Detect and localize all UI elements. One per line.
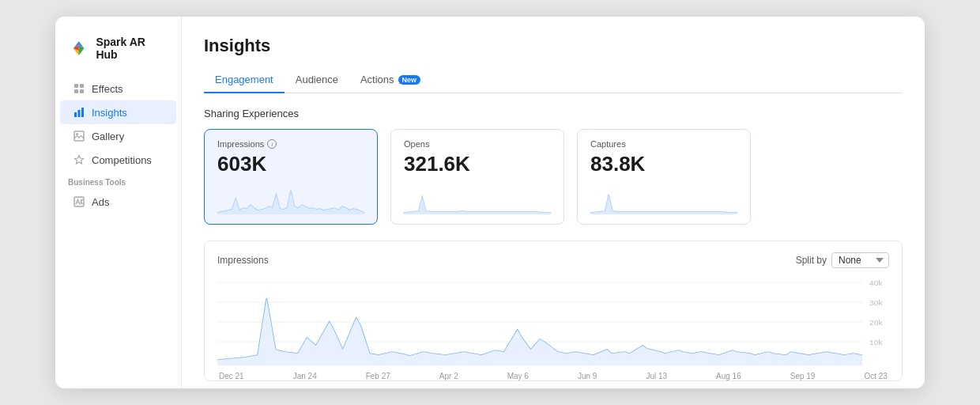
impressions-label: Impressions i	[217, 139, 364, 149]
svg-rect-6	[78, 110, 81, 117]
svg-rect-5	[74, 112, 77, 117]
effects-icon	[73, 82, 85, 95]
sidebar-effects-label: Effects	[92, 83, 123, 95]
sidebar-item-effects[interactable]: Effects	[60, 77, 176, 100]
main-chart-svg: 40k 30k 20k 10k	[217, 274, 889, 365]
sidebar-item-competitions[interactable]: Competitions	[60, 148, 176, 172]
main-chart-section: Impressions Split by None Country Age Ge…	[204, 240, 903, 381]
business-tools-label: Business Tools	[55, 172, 181, 190]
captures-value: 83.8K	[590, 152, 737, 176]
competitions-icon	[73, 153, 85, 166]
main-chart-area: 40k 30k 20k 10k Dec 21 Jan 24 Feb 27 Apr…	[217, 274, 889, 369]
ads-icon	[73, 195, 85, 208]
x-label-jul13: Jul 13	[646, 372, 667, 380]
insights-icon	[73, 106, 85, 119]
sharing-experiences-title: Sharing Experiences	[204, 108, 903, 119]
main-content: Insights Engagement Audience Actions New…	[182, 17, 925, 388]
chart-x-labels: Dec 21 Jan 24 Feb 27 Apr 2 May 6 Jun 9 J…	[217, 372, 889, 380]
x-label-jan24: Jan 24	[293, 372, 317, 380]
sidebar-item-ads[interactable]: Ads	[60, 190, 176, 214]
x-label-sep19: Sep 19	[790, 372, 816, 380]
split-by-control: Split by None Country Age Gender	[796, 252, 889, 268]
x-label-jun9: Jun 9	[578, 372, 597, 380]
svg-text:40k: 40k	[869, 279, 883, 287]
gallery-icon	[73, 130, 85, 142]
logo-area: Spark AR Hub	[55, 29, 181, 77]
spark-ar-logo-icon	[68, 37, 89, 59]
x-label-aug16: Aug 16	[716, 372, 741, 380]
svg-rect-3	[74, 89, 78, 93]
sidebar: Spark AR Hub Effects	[55, 17, 182, 388]
app-name: Spark AR Hub	[96, 36, 168, 61]
stat-card-captures[interactable]: Captures 83.8K	[577, 129, 751, 225]
stat-card-opens[interactable]: Opens 321.6K	[390, 129, 564, 225]
impressions-mini-chart	[217, 183, 364, 214]
opens-label: Opens	[404, 139, 551, 149]
tabs-bar: Engagement Audience Actions New	[204, 67, 903, 93]
split-by-select[interactable]: None Country Age Gender	[831, 252, 889, 268]
x-label-dec21: Dec 21	[219, 372, 244, 380]
svg-text:10k: 10k	[869, 339, 883, 346]
sidebar-item-gallery[interactable]: Gallery	[60, 124, 176, 148]
svg-rect-4	[80, 89, 84, 93]
chart-title: Impressions	[217, 255, 269, 266]
impressions-info-icon: i	[267, 139, 277, 149]
new-badge: New	[398, 75, 421, 85]
x-label-feb27: Feb 27	[366, 372, 390, 380]
svg-rect-8	[74, 131, 84, 141]
sidebar-insights-label: Insights	[92, 107, 127, 119]
svg-text:20k: 20k	[869, 319, 883, 327]
svg-text:30k: 30k	[869, 299, 883, 307]
chart-header: Impressions Split by None Country Age Ge…	[217, 252, 889, 268]
x-label-apr2: Apr 2	[439, 372, 458, 380]
tab-engagement[interactable]: Engagement	[204, 67, 285, 93]
sidebar-gallery-label: Gallery	[92, 131, 124, 142]
impressions-value: 603K	[217, 152, 364, 176]
svg-rect-7	[81, 108, 84, 117]
x-label-may6: May 6	[507, 372, 529, 380]
tab-actions[interactable]: Actions New	[349, 67, 432, 93]
svg-rect-2	[80, 84, 84, 88]
split-by-label: Split by	[796, 255, 827, 266]
captures-label: Captures	[590, 139, 737, 149]
svg-rect-1	[74, 84, 78, 88]
opens-mini-chart	[404, 183, 551, 214]
captures-mini-chart	[590, 183, 737, 214]
sidebar-competitions-label: Competitions	[92, 154, 152, 166]
stat-cards: Impressions i 603K Opens 321.6K	[204, 129, 903, 225]
opens-value: 321.6K	[404, 152, 551, 176]
sidebar-ads-label: Ads	[92, 196, 109, 208]
sidebar-item-insights[interactable]: Insights	[60, 100, 176, 124]
svg-point-9	[76, 133, 78, 135]
stat-card-impressions[interactable]: Impressions i 603K	[204, 129, 378, 225]
page-title: Insights	[204, 36, 903, 56]
x-label-oct23: Oct 23	[864, 372, 887, 380]
tab-audience[interactable]: Audience	[285, 67, 349, 93]
main-window: Spark AR Hub Effects	[55, 17, 925, 388]
